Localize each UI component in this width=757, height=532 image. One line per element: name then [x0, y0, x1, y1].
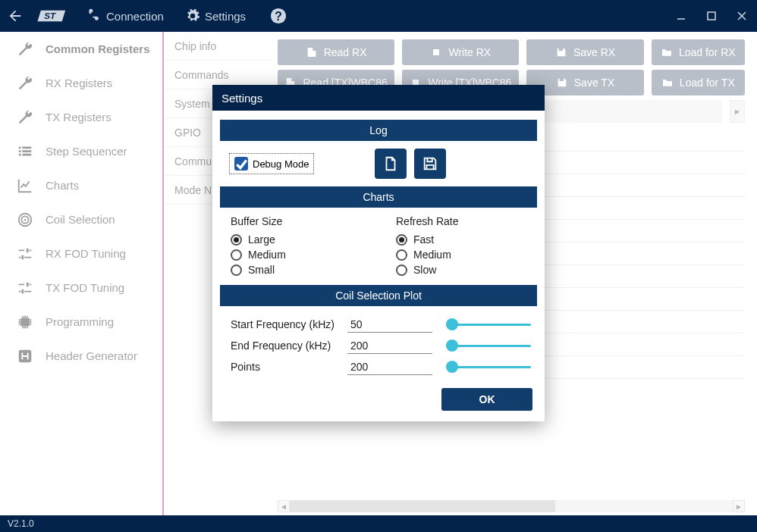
slider-thumb[interactable]: [446, 361, 458, 373]
close-button[interactable]: [727, 0, 757, 32]
buffer-small-radio[interactable]: Small: [231, 264, 366, 276]
points-input[interactable]: [347, 359, 432, 375]
slider-thumb[interactable]: [446, 340, 458, 352]
refresh-slow-radio[interactable]: Slow: [396, 264, 531, 276]
settings-dialog: Settings Log Debug Mode Charts Buffer Si…: [212, 85, 545, 421]
connection-label: Connection: [106, 10, 164, 23]
points-slider[interactable]: [446, 359, 531, 374]
radio-icon: [396, 249, 407, 261]
log-section-header: Log: [220, 120, 537, 141]
refresh-medium-radio[interactable]: Medium: [396, 249, 531, 261]
svg-rect-4: [708, 12, 715, 20]
debug-mode-label: Debug Mode: [253, 158, 309, 170]
checkbox-icon: [234, 157, 248, 171]
version-label: V2.1.0: [8, 518, 34, 529]
status-bar: V2.1.0: [0, 515, 757, 532]
start-freq-label: Start Frequency (kHz): [231, 318, 341, 330]
titlebar: ST Connection Settings ?: [0, 0, 757, 32]
refresh-rate-group: Refresh Rate Fast Medium Slow: [396, 215, 531, 279]
radio-icon: [231, 264, 242, 276]
help-button[interactable]: ?: [259, 0, 297, 32]
coil-section-header: Coil Selection Plot: [220, 285, 537, 306]
svg-text:ST: ST: [44, 11, 56, 20]
settings-label: Settings: [205, 10, 246, 23]
minimize-button[interactable]: [666, 0, 696, 32]
dialog-title: Settings: [212, 85, 545, 111]
debug-mode-checkbox[interactable]: Debug Mode: [229, 153, 314, 174]
new-log-button[interactable]: [375, 149, 407, 179]
charts-section-header: Charts: [220, 186, 537, 208]
back-button[interactable]: [0, 0, 30, 32]
start-freq-slider[interactable]: [446, 317, 531, 332]
file-icon: [382, 155, 399, 172]
radio-icon: [396, 264, 407, 276]
ok-button[interactable]: OK: [441, 388, 532, 411]
save-log-button[interactable]: [414, 149, 446, 179]
st-logo: ST: [30, 8, 76, 24]
settings-menu[interactable]: Settings: [174, 0, 256, 32]
end-freq-input[interactable]: [347, 338, 432, 354]
radio-icon: [231, 234, 242, 246]
buffer-size-group: Buffer Size Large Medium Small: [231, 215, 366, 279]
maximize-button[interactable]: [696, 0, 727, 32]
buffer-large-radio[interactable]: Large: [231, 233, 366, 246]
svg-text:?: ?: [275, 10, 282, 23]
end-freq-label: End Frequency (kHz): [231, 340, 341, 352]
start-freq-input[interactable]: [347, 317, 432, 333]
refresh-fast-radio[interactable]: Fast: [396, 233, 531, 246]
save-icon: [422, 155, 438, 172]
radio-icon: [231, 249, 242, 261]
refresh-rate-title: Refresh Rate: [396, 215, 531, 227]
radio-icon: [396, 234, 407, 246]
buffer-medium-radio[interactable]: Medium: [231, 249, 366, 261]
connection-menu[interactable]: Connection: [76, 0, 174, 32]
buffer-size-title: Buffer Size: [231, 215, 366, 227]
points-label: Points: [231, 361, 341, 373]
slider-thumb[interactable]: [446, 318, 458, 330]
end-freq-slider[interactable]: [446, 338, 531, 353]
